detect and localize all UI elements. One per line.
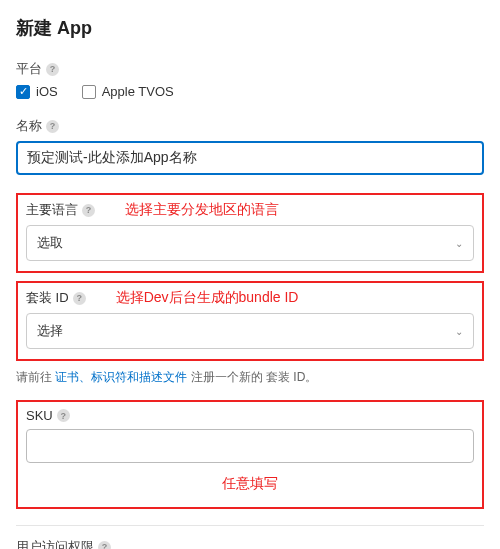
help-icon[interactable]: ?	[46, 63, 59, 76]
lang-annotation-box: 主要语言 ? 选择主要分发地区的语言 选取 ⌄	[16, 193, 484, 273]
help-icon[interactable]: ?	[57, 409, 70, 422]
platform-field: 平台 ? ✓ iOS Apple TVOS	[16, 60, 484, 99]
name-label: 名称	[16, 117, 42, 135]
bundle-guide-link[interactable]: 证书、标识符和描述文件	[55, 370, 187, 384]
access-label: 用户访问权限	[16, 538, 94, 549]
bundle-select[interactable]: 选择 ⌄	[26, 313, 474, 349]
bundle-label-row: 套装 ID ?	[26, 289, 86, 307]
sku-label: SKU	[26, 408, 53, 423]
access-label-row: 用户访问权限 ?	[16, 538, 484, 549]
name-input[interactable]	[16, 141, 484, 175]
lang-select[interactable]: 选取 ⌄	[26, 225, 474, 261]
dialog-title: 新建 App	[16, 16, 484, 40]
bundle-guide-text: 请前往 证书、标识符和描述文件 注册一个新的 套装 ID。	[16, 369, 484, 386]
platform-ios-checkbox[interactable]: ✓ iOS	[16, 84, 58, 99]
help-icon[interactable]: ?	[73, 292, 86, 305]
sku-annotation-text: 任意填写	[26, 475, 474, 493]
sku-input[interactable]	[26, 429, 474, 463]
divider	[16, 525, 484, 526]
help-icon[interactable]: ?	[98, 541, 111, 550]
help-icon[interactable]: ?	[46, 120, 59, 133]
chevron-down-icon: ⌄	[455, 238, 463, 249]
bundle-guide-suffix: 注册一个新的 套装 ID。	[191, 370, 318, 384]
bundle-label: 套装 ID	[26, 289, 69, 307]
platform-tvos-label: Apple TVOS	[102, 84, 174, 99]
help-icon[interactable]: ?	[82, 204, 95, 217]
name-label-row: 名称 ?	[16, 117, 484, 135]
checkbox-icon: ✓	[16, 85, 30, 99]
platform-ios-label: iOS	[36, 84, 58, 99]
sku-annotation-box: SKU ? 任意填写	[16, 400, 484, 509]
platform-tvos-checkbox[interactable]: Apple TVOS	[82, 84, 174, 99]
lang-annotation-text: 选择主要分发地区的语言	[125, 201, 279, 219]
lang-label-row: 主要语言 ?	[26, 201, 95, 219]
checkbox-icon	[82, 85, 96, 99]
platform-label-row: 平台 ?	[16, 60, 484, 78]
name-field: 名称 ?	[16, 117, 484, 175]
sku-label-row: SKU ?	[26, 408, 474, 423]
bundle-annotation-text: 选择Dev后台生成的bundle ID	[116, 289, 299, 307]
chevron-down-icon: ⌄	[455, 326, 463, 337]
bundle-guide-prefix: 请前往	[16, 370, 52, 384]
access-field: 用户访问权限 ? 有限访问权限 完全访问权限	[16, 538, 484, 549]
platform-label: 平台	[16, 60, 42, 78]
lang-selected-value: 选取	[37, 234, 63, 252]
bundle-annotation-box: 套装 ID ? 选择Dev后台生成的bundle ID 选择 ⌄	[16, 281, 484, 361]
lang-label: 主要语言	[26, 201, 78, 219]
bundle-selected-value: 选择	[37, 322, 63, 340]
